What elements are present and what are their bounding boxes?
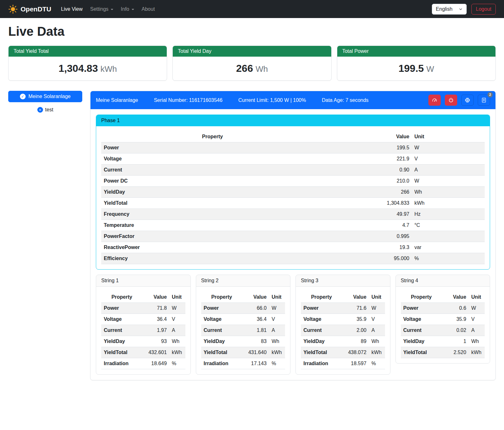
event-count-badge: 2 — [488, 92, 493, 97]
inverter-select-button[interactable]: ✓ Meine Solaranlage — [8, 91, 82, 102]
card-body: 1,304.83kWh — [9, 57, 167, 80]
cell-value: 35.9 — [342, 314, 369, 325]
cell-value: 1.81 — [242, 325, 269, 336]
table-row: Power199.5W — [101, 142, 485, 153]
total-power-card: Total Power 199.5W — [337, 46, 496, 81]
cell-unit: kWh — [369, 347, 385, 358]
chevron-down-icon — [459, 7, 463, 11]
table-header-row: Property Value Unit — [301, 292, 385, 303]
summary-cards-row: Total Yield Total 1,304.83kWh Total Yiel… — [8, 46, 496, 81]
strings-row: String 1 Property Value Unit — [96, 275, 490, 375]
cell-property: YieldDay — [101, 336, 142, 347]
nav-item-info[interactable]: Info — [118, 4, 137, 15]
table-row: Irradiation18.649% — [101, 358, 185, 369]
cell-property: Power — [101, 142, 324, 153]
column-header-property: Property — [301, 292, 342, 303]
cell-value: 199.5 — [324, 142, 412, 153]
brand-link[interactable]: OpenDTU — [8, 4, 51, 14]
cell-unit: Wh — [412, 187, 485, 198]
card-unit: kWh — [100, 64, 117, 74]
language-value: English — [436, 6, 452, 12]
cell-unit: Wh — [369, 336, 385, 347]
table-row: YieldDay83Wh — [201, 336, 285, 347]
cell-property: Voltage — [201, 314, 242, 325]
column-header-value: Value — [324, 131, 412, 142]
power-toggle-button[interactable] — [445, 95, 457, 106]
string-body: Property Value Unit Power66.0W Voltage36… — [196, 287, 290, 374]
cell-property: Current — [101, 325, 142, 336]
column-header-property: Property — [401, 292, 442, 303]
device-info-button[interactable] — [461, 95, 474, 106]
table-header-row: Property Value Unit — [201, 292, 285, 303]
nav-links: Live View Settings Info About — [58, 4, 158, 15]
string-title: String 4 — [396, 275, 490, 287]
cell-value: 266 — [324, 187, 412, 198]
cell-value: 17.143 — [242, 358, 269, 369]
string-table: Property Value Unit Power71.8W Voltage36… — [101, 292, 185, 369]
event-log-button[interactable]: 2 — [478, 95, 490, 106]
table-row: Frequency49.97Hz — [101, 209, 485, 220]
cell-property: PowerFactor — [101, 231, 324, 242]
cell-unit: W — [169, 303, 185, 314]
caret-down-icon — [111, 9, 113, 10]
cell-unit: kWh — [169, 347, 185, 358]
inverter-panel-header: Meine Solaranlage Serial Number: 1161716… — [90, 91, 495, 109]
phase-body: Property Value Unit Power199.5W Voltage2… — [96, 126, 490, 269]
cell-unit: kWh — [412, 198, 485, 209]
limit-settings-button[interactable] — [428, 95, 441, 106]
cell-unit: V — [169, 314, 185, 325]
inverter-item-test[interactable]: ✕ test — [8, 107, 82, 113]
card-unit: W — [426, 64, 434, 74]
string-body: Property Value Unit Power0.6W Voltage35.… — [396, 287, 490, 363]
table-row: YieldDay266Wh — [101, 187, 485, 198]
cell-property: Current — [101, 165, 324, 176]
cell-unit: W — [469, 303, 485, 314]
inverter-limit: Current Limit: 1,500 W | 100% — [238, 97, 306, 103]
column-header-value: Value — [442, 292, 469, 303]
table-row: Voltage221.9V — [101, 153, 485, 165]
cell-property: Efficiency — [101, 253, 324, 264]
table-row: Temperature4.7°C — [101, 220, 485, 231]
page-container: Live Data Total Yield Total 1,304.83kWh … — [0, 18, 504, 388]
cell-value: 2.00 — [342, 325, 369, 336]
string-table: Property Value Unit Power66.0W Voltage36… — [201, 292, 285, 369]
card-body: 266Wh — [173, 57, 331, 80]
table-row: YieldTotal438.072kWh — [301, 347, 385, 358]
page-title: Live Data — [8, 24, 496, 39]
table-header-row: Property Value Unit — [401, 292, 485, 303]
x-circle-icon[interactable]: ✕ — [37, 107, 43, 113]
table-row: Irradiation17.143% — [201, 358, 285, 369]
nav-item-settings[interactable]: Settings — [87, 4, 116, 15]
table-row: Current2.00A — [301, 325, 385, 336]
nav-item-about[interactable]: About — [139, 4, 158, 15]
inverter-data-age: Data Age: 7 seconds — [322, 97, 369, 103]
cell-property: Temperature — [101, 220, 324, 231]
column-header-property: Property — [101, 292, 142, 303]
cell-unit: W — [412, 176, 485, 187]
nav-item-live-view[interactable]: Live View — [58, 4, 85, 15]
cell-property: YieldTotal — [401, 347, 442, 358]
nav-item-label: Settings — [90, 6, 109, 12]
nav-item-label: About — [142, 6, 155, 12]
logout-button[interactable]: Logout — [471, 4, 496, 15]
cell-property: Voltage — [101, 153, 324, 165]
table-row: Voltage35.9V — [301, 314, 385, 325]
cell-property: Power — [301, 303, 342, 314]
inverter-item-label: test — [45, 107, 53, 113]
column-header-unit: Unit — [169, 292, 185, 303]
cell-unit: V — [269, 314, 285, 325]
language-select[interactable]: English — [432, 4, 467, 15]
column-header-value: Value — [242, 292, 269, 303]
brand-label: OpenDTU — [21, 5, 51, 13]
cell-unit: W — [269, 303, 285, 314]
card-title: Total Yield Total — [9, 46, 167, 57]
cell-property: YieldDay — [101, 187, 324, 198]
cell-unit: % — [412, 253, 485, 264]
power-icon — [448, 97, 454, 103]
cell-property: Power DC — [101, 176, 324, 187]
column-header-value: Value — [342, 292, 369, 303]
cell-property: YieldTotal — [101, 198, 324, 209]
cell-value: 18.597 — [342, 358, 369, 369]
card-value: 1,304.83 — [59, 63, 98, 74]
cell-value: 210.0 — [324, 176, 412, 187]
